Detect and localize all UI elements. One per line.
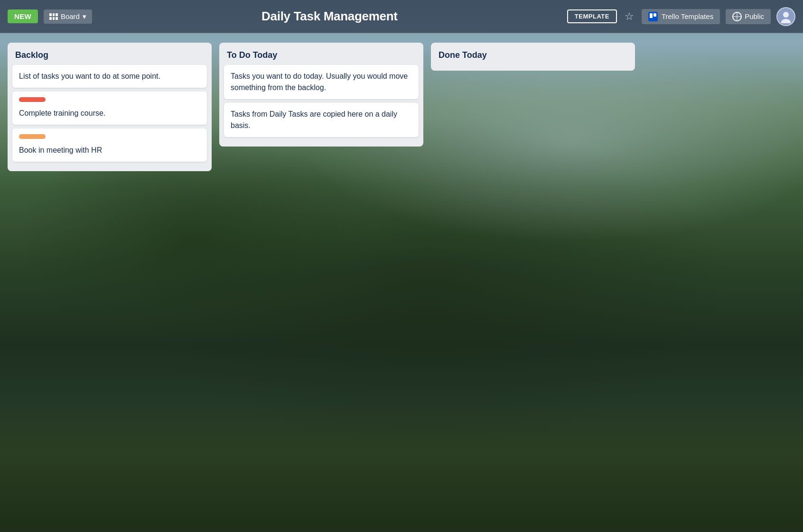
svg-rect-1: [654, 13, 656, 17]
column-backlog: Backlog List of tasks you want to do at …: [8, 43, 212, 171]
new-button[interactable]: NEW: [8, 9, 38, 23]
avatar[interactable]: [776, 7, 795, 26]
card-backlog-hr[interactable]: Book in meeting with HR: [12, 128, 207, 162]
svg-rect-0: [650, 13, 653, 18]
column-todo: To Do Today Tasks you want to do today. …: [219, 43, 423, 147]
card-backlog-intro-text: List of tasks you want to do at some poi…: [19, 71, 200, 82]
board-view-button[interactable]: Board ▾: [44, 9, 92, 24]
trello-templates-button[interactable]: Trello Templates: [642, 9, 720, 24]
chevron-down-icon: ▾: [83, 12, 86, 21]
card-todo-intro[interactable]: Tasks you want to do today. Usually you …: [224, 65, 419, 99]
topbar: NEW Board ▾ Daily Task Management TEMPLA…: [0, 0, 803, 33]
column-done: Done Today: [431, 43, 635, 71]
svg-point-2: [783, 12, 789, 18]
card-todo-daily-text: Tasks from Daily Tasks are copied here o…: [231, 109, 412, 131]
board-content: Backlog List of tasks you want to do at …: [0, 33, 803, 532]
star-button[interactable]: ☆: [623, 9, 636, 25]
column-backlog-title: Backlog: [12, 48, 207, 65]
template-button[interactable]: TEMPLATE: [567, 9, 617, 23]
trello-templates-label: Trello Templates: [662, 12, 713, 20]
globe-icon: [732, 12, 742, 21]
public-button[interactable]: Public: [726, 9, 771, 24]
page-title: Daily Task Management: [98, 9, 561, 24]
trello-logo-icon: [648, 12, 658, 21]
card-backlog-training[interactable]: Complete training course.: [12, 92, 207, 125]
card-backlog-training-text: Complete training course.: [19, 108, 200, 119]
svg-point-3: [781, 19, 791, 23]
column-done-title: Done Today: [436, 48, 630, 65]
card-backlog-hr-text: Book in meeting with HR: [19, 145, 200, 156]
board-label: Board: [61, 12, 80, 20]
label-red-icon: [19, 97, 46, 102]
label-orange-icon: [19, 134, 46, 139]
card-backlog-intro[interactable]: List of tasks you want to do at some poi…: [12, 65, 207, 88]
card-todo-daily[interactable]: Tasks from Daily Tasks are copied here o…: [224, 103, 419, 137]
star-icon: ☆: [625, 10, 634, 22]
board-icon: [49, 13, 58, 20]
card-todo-intro-text: Tasks you want to do today. Usually you …: [231, 71, 412, 93]
public-label: Public: [745, 12, 764, 20]
column-todo-title: To Do Today: [224, 48, 419, 65]
